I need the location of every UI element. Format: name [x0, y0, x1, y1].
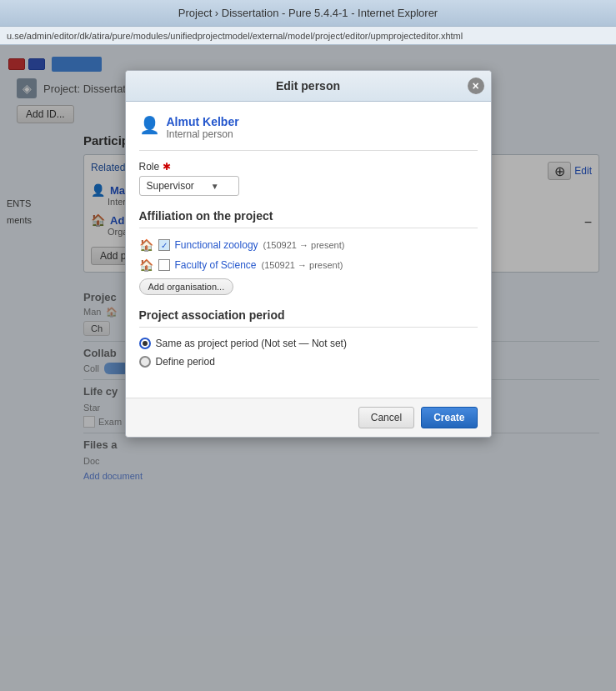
dropdown-arrow-icon: ▼	[211, 182, 219, 191]
main-content: ◈ Project: Dissertation Add ID... ENTS m…	[0, 45, 616, 691]
modal-body: 👤 Almut Kelber Internal person Role ✱ Su…	[126, 102, 491, 398]
modal-person-icon: 👤	[139, 115, 160, 135]
radio-same-period-label: Same as project period (Not set — Not se…	[156, 338, 347, 349]
role-required-star: ✱	[163, 161, 171, 173]
modal-person-name[interactable]: Almut Kelber	[167, 115, 239, 128]
role-field: Role ✱ Supervisor ▼	[139, 161, 478, 196]
affil-org-icon-1: 🏠	[139, 238, 153, 252]
project-association-section: Project association period Same as proje…	[139, 308, 478, 371]
modal-close-button[interactable]: ×	[468, 78, 484, 94]
affil-name-2[interactable]: Faculty of Science	[175, 259, 257, 271]
radio-define-period: Define period	[139, 353, 478, 371]
affil-checkbox-1[interactable]: ✓	[158, 239, 170, 251]
radio-same-period: Same as project period (Not set — Not se…	[139, 334, 478, 353]
radio-filled-icon[interactable]	[139, 338, 151, 349]
edit-person-modal: Edit person × 👤 Almut Kelber Internal pe…	[125, 70, 492, 438]
affil-period-2: (150921 → present)	[262, 260, 343, 270]
radio-define-period-label: Define period	[156, 356, 215, 368]
modal-person-info: 👤 Almut Kelber Internal person	[139, 115, 478, 151]
affil-period-1: (150921 → present)	[263, 240, 345, 250]
create-button[interactable]: Create	[421, 407, 477, 428]
role-dropdown[interactable]: Supervisor ▼	[139, 176, 239, 196]
window-title: Project › Dissertation - Pure 5.4.4-1 - …	[178, 7, 438, 19]
project-assoc-title: Project association period	[139, 308, 478, 328]
affil-name-1[interactable]: Functional zoology	[175, 239, 258, 251]
affiliation-item-2: 🏠 Faculty of Science (150921 → present)	[139, 255, 478, 275]
affil-org-icon-2: 🏠	[139, 258, 153, 272]
affiliation-item-1: 🏠 ✓ Functional zoology (150921 → present…	[139, 235, 478, 255]
affiliation-section: Affiliation on the project 🏠 ✓ Functiona…	[139, 209, 478, 295]
modal-person-type: Internal person	[167, 128, 239, 140]
affil-checkbox-2[interactable]	[158, 259, 170, 271]
modal-footer: Cancel Create	[126, 398, 491, 437]
role-label: Role ✱	[139, 161, 478, 173]
modal-overlay: Edit person × 👤 Almut Kelber Internal pe…	[0, 45, 616, 691]
role-select-container: Supervisor ▼	[139, 176, 478, 196]
add-organisation-button[interactable]: Add organisation...	[139, 278, 234, 295]
address-bar: u.se/admin/editor/dk/atira/pure/modules/…	[0, 27, 616, 45]
affiliation-title: Affiliation on the project	[139, 209, 478, 228]
cancel-button[interactable]: Cancel	[358, 407, 414, 428]
modal-title: Edit person	[139, 79, 478, 93]
modal-header: Edit person ×	[126, 71, 491, 102]
role-value: Supervisor	[147, 180, 194, 192]
radio-empty-icon[interactable]	[139, 356, 151, 368]
title-bar: Project › Dissertation - Pure 5.4.4-1 - …	[0, 0, 616, 27]
address-text: u.se/admin/editor/dk/atira/pure/modules/…	[7, 31, 463, 41]
